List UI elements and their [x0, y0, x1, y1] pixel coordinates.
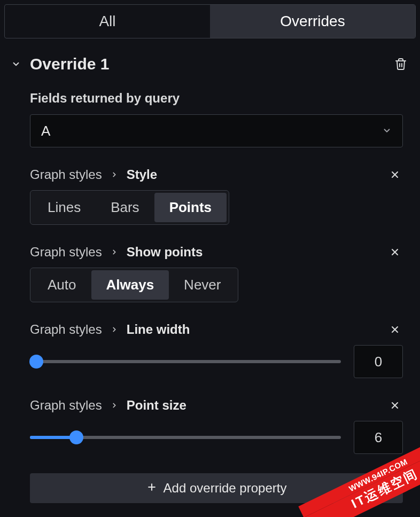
pointsize-slider[interactable]	[30, 427, 341, 448]
trash-icon[interactable]	[390, 53, 411, 75]
chevron-down-icon	[382, 123, 392, 139]
field-matcher-label: Fields returned by query	[30, 91, 403, 106]
breadcrumb: Graph styles Line width	[30, 322, 190, 337]
showpoints-option-never[interactable]: Never	[169, 270, 236, 300]
tab-overrides[interactable]: Overrides	[210, 5, 415, 38]
override-prop-style: Graph styles Style Lines Bars Points	[30, 167, 403, 225]
breadcrumb: Graph styles Show points	[30, 245, 203, 260]
plus-icon	[146, 481, 157, 496]
crumb-name: Show points	[127, 245, 203, 260]
linewidth-slider[interactable]	[30, 351, 341, 372]
svg-line-1	[392, 172, 398, 177]
breadcrumb: Graph styles Style	[30, 167, 157, 182]
chevron-right-icon	[111, 248, 118, 256]
close-icon[interactable]	[387, 244, 403, 260]
override-section: Override 1 Fields returned by query A	[0, 43, 420, 503]
crumb-group: Graph styles	[30, 245, 102, 260]
override-prop-pointsize: Graph styles Point size 6	[30, 397, 403, 454]
close-icon[interactable]	[387, 397, 403, 413]
tab-all[interactable]: All	[5, 5, 210, 38]
override-header: Override 1	[9, 53, 411, 75]
svg-line-7	[392, 403, 398, 408]
chevron-down-icon[interactable]	[9, 59, 24, 69]
linewidth-value[interactable]: 0	[354, 345, 403, 378]
svg-line-0	[392, 172, 398, 177]
breadcrumb: Graph styles Point size	[30, 398, 186, 413]
override-prop-linewidth: Graph styles Line width 0	[30, 322, 403, 378]
svg-line-4	[392, 327, 398, 332]
style-option-lines[interactable]: Lines	[33, 193, 96, 222]
crumb-group: Graph styles	[30, 167, 102, 182]
chevron-right-icon	[111, 326, 118, 333]
showpoints-radio-group: Auto Always Never	[30, 268, 238, 302]
svg-line-5	[392, 327, 398, 332]
style-option-points[interactable]: Points	[154, 193, 227, 222]
showpoints-option-always[interactable]: Always	[91, 270, 169, 300]
override-prop-showpoints: Graph styles Show points Auto Always Nev…	[30, 244, 403, 302]
add-override-property-label: Add override property	[164, 481, 287, 496]
crumb-name: Style	[127, 167, 157, 182]
field-matcher-value: A	[41, 123, 50, 139]
field-matcher-select[interactable]: A	[30, 114, 403, 147]
style-option-bars[interactable]: Bars	[96, 193, 154, 222]
svg-line-6	[392, 403, 398, 408]
close-icon[interactable]	[387, 167, 403, 183]
tabbar: All Overrides	[4, 4, 416, 38]
crumb-group: Graph styles	[30, 398, 102, 413]
field-matcher-block: Fields returned by query A	[30, 91, 403, 147]
chevron-right-icon	[111, 171, 118, 178]
showpoints-option-auto[interactable]: Auto	[33, 270, 91, 300]
override-body: Fields returned by query A Graph styles …	[9, 91, 411, 503]
override-title: Override 1	[30, 55, 384, 73]
crumb-group: Graph styles	[30, 322, 102, 337]
chevron-right-icon	[111, 402, 118, 409]
style-radio-group: Lines Bars Points	[30, 190, 229, 225]
crumb-name: Point size	[127, 398, 186, 413]
svg-line-3	[392, 249, 398, 255]
crumb-name: Line width	[127, 322, 190, 337]
pointsize-value[interactable]: 6	[354, 421, 403, 454]
svg-line-2	[392, 249, 398, 255]
close-icon[interactable]	[387, 322, 403, 338]
add-override-property-button[interactable]: Add override property	[30, 473, 403, 503]
